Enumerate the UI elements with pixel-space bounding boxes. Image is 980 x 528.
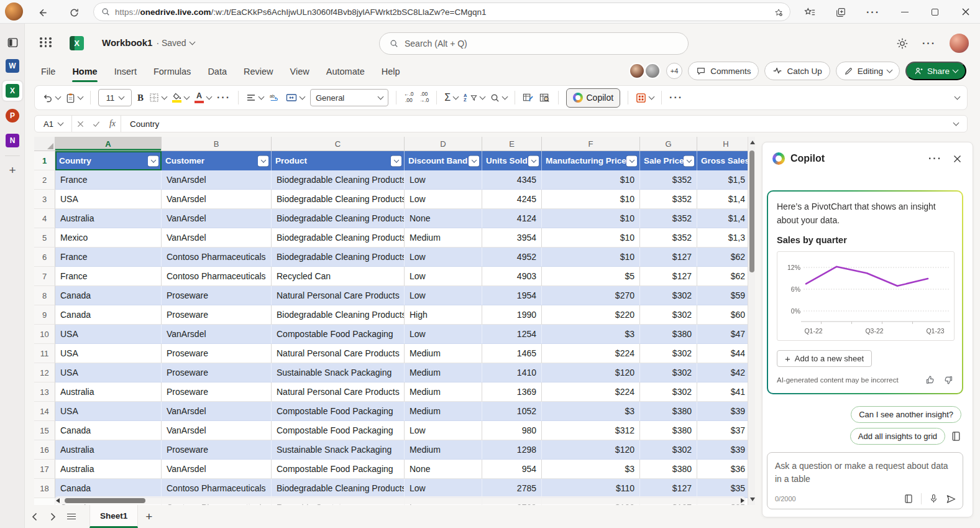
cell[interactable]: $352 — [640, 190, 697, 209]
send-icon[interactable] — [946, 494, 956, 504]
browser-more-icon[interactable]: ··· — [866, 6, 880, 19]
cell[interactable]: VanArsdel — [162, 190, 272, 209]
sidebar-item-onenote[interactable]: N — [2, 131, 22, 151]
cell[interactable]: Proseware — [162, 344, 272, 363]
cell[interactable]: Biodegradable Cleaning Products — [272, 190, 405, 209]
ribbon-tab-file[interactable]: File — [41, 60, 55, 83]
cell[interactable]: Medium — [405, 402, 482, 421]
cell[interactable]: Biodegradable Cleaning Products — [272, 228, 405, 248]
autosum-button[interactable]: Σ — [444, 92, 458, 103]
app-more-icon[interactable]: ··· — [922, 38, 936, 49]
row-number-1[interactable]: 1 — [34, 151, 55, 170]
workbook-name[interactable]: Workbook1 — [102, 37, 152, 48]
cell[interactable]: Compostable Food Packaging — [272, 460, 405, 479]
ribbon-tab-formulas[interactable]: Formulas — [153, 60, 191, 83]
address-bar[interactable]: https://onedrive.live.com/:w:/t/EaCKkPs6… — [93, 2, 790, 21]
cell[interactable]: VanArsdel — [162, 170, 272, 190]
filter-button[interactable] — [626, 155, 637, 166]
filter-button[interactable] — [148, 155, 158, 166]
table-header-cell[interactable]: Customer — [162, 151, 272, 170]
cell[interactable]: Proseware — [162, 440, 272, 460]
presence-avatar-1[interactable] — [629, 63, 645, 79]
row-number-12[interactable]: 12 — [34, 363, 55, 382]
excel-logo[interactable]: X — [70, 36, 84, 50]
row-number-2[interactable]: 2 — [34, 170, 55, 190]
cell[interactable]: Low — [405, 190, 482, 209]
alignment-button[interactable] — [246, 93, 263, 102]
cell[interactable]: Biodegradable Cleaning Products — [272, 479, 405, 498]
column-header-B[interactable]: B — [162, 137, 272, 151]
row-number-6[interactable]: 6 — [34, 248, 55, 267]
column-header-D[interactable]: D — [405, 137, 482, 151]
cell[interactable]: $127 — [640, 248, 697, 267]
column-header-H[interactable]: H — [697, 137, 755, 151]
row-number-19[interactable]: 19 — [34, 498, 55, 505]
cell[interactable]: 4903 — [482, 267, 542, 286]
cell[interactable]: $60 — [697, 305, 755, 325]
prompt-guide-icon[interactable] — [904, 494, 914, 504]
cell[interactable]: France — [55, 267, 162, 286]
cell[interactable]: Compostable Food Packaging — [272, 325, 405, 344]
cell[interactable]: Low — [405, 325, 482, 344]
scroll-down-icon[interactable] — [750, 498, 755, 501]
sidebar-item-excel[interactable]: X — [2, 81, 22, 101]
suggestion-pill-add-insights[interactable]: Add all insights to grid — [850, 428, 945, 445]
cell[interactable]: $302 — [640, 440, 697, 460]
cell[interactable]: Australia — [55, 440, 162, 460]
cell[interactable]: Low — [405, 248, 482, 267]
cell[interactable]: $127 — [640, 267, 697, 286]
microphone-icon[interactable] — [929, 494, 938, 504]
collections-icon[interactable] — [834, 6, 848, 19]
cell[interactable]: $5 — [542, 267, 640, 286]
scroll-left-icon[interactable] — [56, 498, 60, 503]
table-header-cell[interactable]: Product — [272, 151, 405, 170]
browser-profile-avatar[interactable] — [5, 2, 23, 21]
cell[interactable]: Canada — [55, 421, 162, 440]
cell[interactable]: $127 — [640, 479, 697, 498]
ribbon-tab-automate[interactable]: Automate — [326, 60, 365, 83]
cell[interactable]: VanArsdel — [162, 325, 272, 344]
cell[interactable]: Proseware — [162, 382, 272, 402]
column-header-E[interactable]: E — [482, 137, 542, 151]
formula-cancel-icon[interactable] — [72, 121, 88, 127]
cell[interactable]: 1410 — [482, 363, 542, 382]
cell[interactable]: USA — [55, 363, 162, 382]
cell[interactable]: $302 — [640, 363, 697, 382]
cell[interactable]: $380 — [640, 325, 697, 344]
ribbon-tab-view[interactable]: View — [290, 60, 309, 83]
sheet-tab-active[interactable]: Sheet1 — [89, 505, 138, 528]
filter-button[interactable] — [258, 155, 268, 166]
cell[interactable]: Proseware — [162, 363, 272, 382]
cell[interactable]: $312 — [542, 421, 640, 440]
cell[interactable]: $1,4 — [697, 190, 755, 209]
row-number-9[interactable]: 9 — [34, 305, 55, 325]
cell[interactable]: $62 — [697, 248, 755, 267]
presence-overflow-badge[interactable]: +4 — [666, 63, 682, 79]
filter-button[interactable] — [391, 155, 401, 166]
app-launcher-icon[interactable] — [40, 37, 52, 47]
row-number-13[interactable]: 13 — [34, 382, 55, 402]
app-search-input[interactable]: Search (Alt + Q) — [379, 32, 689, 55]
cell[interactable]: 980 — [482, 421, 542, 440]
cell[interactable]: Natural Personal Care Products — [272, 344, 405, 363]
vertical-scrollbar[interactable] — [748, 137, 755, 505]
cell[interactable]: $37 — [697, 421, 755, 440]
cell[interactable]: Canada — [55, 305, 162, 325]
cell[interactable]: High — [405, 305, 482, 325]
share-button[interactable]: Share — [905, 62, 966, 80]
favorites-icon[interactable] — [803, 6, 817, 19]
filter-button[interactable] — [684, 155, 694, 166]
cell[interactable]: Compostable Food Packaging — [272, 421, 405, 440]
comments-button[interactable]: Comments — [688, 62, 759, 80]
cell[interactable]: Biodegradable Cleaning Products — [272, 305, 405, 325]
cell[interactable]: $110 — [542, 479, 640, 498]
copilot-button[interactable]: Copilot — [566, 88, 621, 108]
fill-color-button[interactable] — [172, 93, 189, 103]
cell[interactable]: Canada — [55, 479, 162, 498]
table-header-cell[interactable]: Sale Price — [640, 151, 697, 170]
cell[interactable]: France — [55, 170, 162, 190]
bold-button[interactable]: B — [137, 93, 144, 103]
row-number-16[interactable]: 16 — [34, 440, 55, 460]
formula-confirm-icon[interactable] — [88, 121, 104, 127]
cell[interactable]: Natural Personal Care Products — [272, 286, 405, 305]
